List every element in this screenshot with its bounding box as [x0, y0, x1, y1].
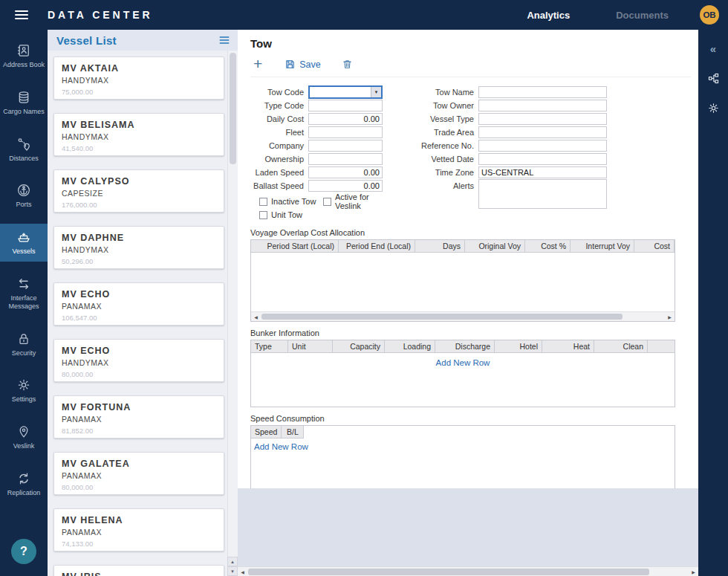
scrollbar-thumb[interactable]	[230, 53, 236, 164]
speed-table: SpeedB/L Add New Row	[250, 425, 675, 488]
unit-tow-checkbox[interactable]: Unit Tow	[259, 210, 302, 219]
scroll-left-icon[interactable]: ◀	[238, 567, 247, 576]
scrollbar-thumb[interactable]	[261, 314, 623, 320]
vessel-card[interactable]: MV CALYPSOCAPESIZE176,000.00	[53, 169, 224, 213]
nav-documents[interactable]: Documents	[616, 10, 669, 21]
table-horizontal-scrollbar[interactable]: ◀ ▶	[251, 311, 675, 321]
ballast-speed-input[interactable]	[308, 180, 383, 192]
sidebar-item-veslink[interactable]: Veslink	[0, 418, 48, 456]
scroll-right-icon[interactable]: ▶	[689, 567, 698, 576]
vetted-date-input[interactable]	[478, 153, 607, 165]
list-menu-icon[interactable]	[218, 34, 230, 46]
vessel-card[interactable]: MV BELISAMAHANDYMAX41,540.00	[53, 113, 224, 156]
column-header-days[interactable]: Days	[415, 240, 465, 252]
active-for-veslink-checkbox[interactable]: Active for Veslink	[323, 192, 383, 210]
column-header-cost[interactable]: Cost %	[525, 240, 571, 252]
delete-button[interactable]	[342, 59, 353, 70]
scrollbar-thumb[interactable]	[248, 569, 649, 575]
add-new-row-link[interactable]: Add New Row	[436, 358, 490, 367]
scroll-up-icon[interactable]: ▲	[227, 557, 238, 566]
column-header-heat[interactable]: Heat	[542, 340, 594, 352]
inactive-tow-checkbox[interactable]: Inactive Tow	[259, 197, 323, 206]
collapse-panel-icon[interactable]: «	[698, 36, 728, 61]
vessel-type: HANDYMAX	[62, 132, 216, 141]
help-button[interactable]: ?	[11, 539, 36, 564]
vessel-name: MV DAPHNE	[62, 233, 216, 243]
sidebar-item-ports[interactable]: Ports	[0, 177, 48, 215]
type-code-input[interactable]	[308, 100, 383, 111]
save-button[interactable]: Save	[285, 59, 321, 70]
sidebar-item-label: Security	[12, 349, 36, 357]
checkbox-box[interactable]	[323, 198, 331, 206]
save-label: Save	[299, 59, 321, 70]
sidebar-item-address-book[interactable]: Address Book	[0, 37, 48, 75]
column-header-hotel[interactable]: Hotel	[495, 340, 542, 352]
checkbox-box[interactable]	[259, 211, 267, 219]
column-header-interrupt-voy[interactable]: Interrupt Voy	[571, 240, 634, 252]
checkbox-label: Unit Tow	[271, 210, 302, 219]
checkbox-box[interactable]	[259, 198, 267, 206]
column-header-discharge[interactable]: Discharge	[435, 340, 495, 352]
sidebar-item-distances[interactable]: Distances	[0, 131, 48, 169]
alerts-textarea[interactable]	[478, 179, 607, 209]
table-header-row: SpeedB/L	[251, 426, 675, 439]
sidebar-item-cargo-names[interactable]: Cargo Names	[0, 84, 48, 122]
column-header-type[interactable]: Type	[251, 340, 288, 352]
column-header-period-end-local[interactable]: Period End (Local)	[339, 240, 415, 252]
tow-code-select[interactable]: ▼	[308, 85, 383, 99]
trade-area-input[interactable]	[478, 126, 607, 138]
menu-icon[interactable]	[0, 8, 39, 22]
horizontal-scrollbar[interactable]: ◀ ▶	[238, 566, 698, 576]
scroll-right-icon[interactable]: ▶	[665, 312, 675, 322]
sidebar-item-vessels[interactable]: Vessels	[0, 224, 48, 262]
add-button[interactable]: +	[253, 56, 262, 73]
checkbox-area: Inactive TowActive for VeslinkUnit Tow	[250, 195, 383, 221]
user-avatar[interactable]: OB	[700, 5, 719, 25]
nav-analytics[interactable]: Analytics	[527, 10, 570, 21]
column-header-period-start-local[interactable]: Period Start (Local)	[251, 240, 339, 252]
tow-owner-input[interactable]	[478, 100, 607, 111]
fleet-input[interactable]	[308, 126, 383, 138]
column-header-clean[interactable]: Clean	[594, 340, 648, 352]
column-header-speed[interactable]: Speed	[251, 426, 282, 439]
dropdown-arrow-icon[interactable]: ▼	[371, 87, 381, 97]
vessel-card[interactable]: MV IRIS	[53, 565, 224, 576]
column-header-cost[interactable]: Cost	[634, 240, 675, 252]
company-input[interactable]	[308, 140, 383, 152]
vertical-scrollbar[interactable]	[227, 51, 238, 557]
vessel-card[interactable]: MV ECHOPANAMAX106,547.00	[53, 282, 224, 326]
alerts-label: Alerts	[415, 179, 478, 190]
panel-title: Vessel List	[56, 34, 117, 47]
reference-no-input[interactable]	[478, 140, 607, 152]
tow-code-input[interactable]	[310, 87, 371, 97]
scroll-down-icon[interactable]: ▼	[227, 566, 238, 576]
column-header-original-voy[interactable]: Original Voy	[465, 240, 525, 252]
scroll-left-icon[interactable]: ◀	[251, 312, 261, 322]
ownership-input[interactable]	[308, 153, 383, 165]
vessel-card[interactable]: MV FORTUNAPANAMAX81,852.00	[53, 395, 224, 439]
org-chart-icon[interactable]	[698, 65, 728, 91]
add-new-row-link[interactable]: Add New Row	[254, 442, 308, 451]
sidebar-item-security[interactable]: Security	[0, 326, 48, 363]
time-zone-input[interactable]	[478, 166, 607, 178]
sidebar-item-interface-messages[interactable]: Interface Messages	[0, 271, 48, 317]
vessel-card[interactable]: MV HELENAPANAMAX74,133.00	[53, 508, 224, 551]
column-header-loading[interactable]: Loading	[385, 340, 435, 352]
table-header-row: TypeUnitCapacityLoadingDischargeHotelHea…	[251, 340, 675, 353]
vessel-card[interactable]: MV GALATEAPANAMAX80,000.00	[53, 452, 224, 495]
tow-name-input[interactable]	[478, 86, 607, 98]
column-header-unit[interactable]: Unit	[288, 340, 333, 352]
column-header-capacity[interactable]: Capacity	[333, 340, 385, 352]
sidebar-item-settings[interactable]: Settings	[0, 372, 48, 410]
gear-icon[interactable]	[698, 95, 728, 120]
vessel-dwt: 106,547.00	[62, 314, 216, 322]
sidebar-item-replication[interactable]: Replication	[0, 465, 48, 503]
daily-cost-input[interactable]	[308, 113, 383, 125]
ports-icon	[16, 183, 31, 198]
vessel-card[interactable]: MV ECHOHANDYMAX80,000.00	[53, 339, 224, 382]
vessel-type-input[interactable]	[478, 113, 607, 125]
vessel-card[interactable]: MV DAPHNEHANDYMAX50,296.00	[53, 226, 224, 269]
laden-speed-input[interactable]	[308, 166, 383, 178]
column-header-b-l[interactable]: B/L	[282, 426, 304, 439]
vessel-card[interactable]: MV AKTAIAHANDYMAX75,000.00	[53, 56, 224, 100]
